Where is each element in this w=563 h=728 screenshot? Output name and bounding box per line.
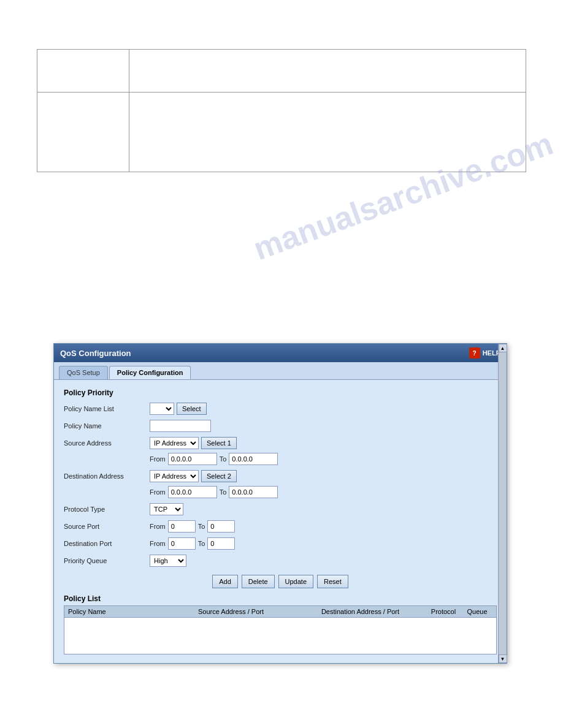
delete-button[interactable]: Delete — [242, 575, 275, 588]
policy-list-section: Policy List Policy Name Source Address /… — [64, 594, 497, 654]
help-button[interactable]: ? HELP — [469, 347, 500, 358]
protocol-type-select[interactable]: TCP UDP ICMP Any — [150, 503, 183, 515]
col-destination-address-port: Destination Address / Port — [296, 608, 425, 615]
table-cell-right-2 — [129, 93, 526, 172]
dest-to-input[interactable] — [229, 486, 278, 498]
dest-from-label: From — [150, 488, 166, 496]
policy-name-row: Policy Name — [64, 419, 497, 433]
policy-name-input[interactable] — [150, 420, 211, 432]
destination-port-controls: From To — [150, 537, 235, 550]
source-port-controls: From To — [150, 520, 235, 533]
destination-address-select-button[interactable]: Select 2 — [201, 470, 237, 482]
destination-address-from-to-row: From To — [150, 485, 497, 499]
source-port-from-input[interactable] — [168, 520, 196, 533]
source-port-from-label: From — [150, 523, 166, 530]
reset-button[interactable]: Reset — [317, 575, 348, 588]
destination-port-row: Destination Port From To — [64, 537, 497, 550]
source-to-input[interactable] — [229, 453, 278, 465]
protocol-type-label: Protocol Type — [64, 506, 150, 513]
dest-to-label: To — [220, 488, 227, 496]
add-button[interactable]: Add — [212, 575, 238, 588]
dest-port-from-label: From — [150, 540, 166, 547]
policy-name-label: Policy Name — [64, 422, 150, 430]
table-cell-right-1 — [129, 50, 526, 93]
scrollbar[interactable]: ▲ ▼ — [498, 344, 507, 663]
protocol-type-controls: TCP UDP ICMP Any — [150, 503, 183, 515]
priority-queue-row: Priority Queue High Medium Low Highest — [64, 554, 497, 567]
qos-titlebar: QoS Configuration ? HELP — [54, 344, 507, 362]
destination-port-label: Destination Port — [64, 540, 150, 547]
protocol-type-row: Protocol Type TCP UDP ICMP Any — [64, 502, 497, 516]
table-row — [37, 50, 526, 93]
destination-address-row: Destination Address IP Address Select 2 — [64, 469, 497, 483]
table-row — [37, 93, 526, 172]
policy-name-list-select-button[interactable]: Select — [177, 403, 207, 415]
source-address-row: Source Address IP Address Select 1 — [64, 436, 497, 450]
source-address-label: Source Address — [64, 439, 150, 447]
policy-name-list-row: Policy Name List Select — [64, 402, 497, 415]
top-table — [37, 49, 526, 172]
policy-list-body — [64, 618, 497, 654]
destination-address-from-to: From To — [150, 486, 278, 498]
destination-address-label: Destination Address — [64, 472, 150, 480]
scrollbar-up-arrow[interactable]: ▲ — [499, 344, 507, 352]
action-buttons: Add Delete Update Reset — [64, 575, 497, 588]
source-port-label: Source Port — [64, 523, 150, 530]
policy-name-list-label: Policy Name List — [64, 405, 150, 412]
destination-address-type-select[interactable]: IP Address — [150, 470, 199, 482]
tab-qos-setup[interactable]: QoS Setup — [59, 366, 108, 379]
priority-queue-controls: High Medium Low Highest — [150, 555, 186, 567]
source-to-label: To — [220, 455, 227, 463]
tabs-row: QoS Setup Policy Configuration — [54, 362, 507, 379]
source-address-controls: IP Address Select 1 — [150, 437, 237, 449]
dest-port-to-input[interactable] — [207, 537, 235, 550]
update-button[interactable]: Update — [278, 575, 313, 588]
priority-queue-label: Priority Queue — [64, 557, 150, 564]
col-policy-name: Policy Name — [68, 608, 166, 615]
source-address-from-to-row: From To — [150, 452, 497, 466]
source-port-to-input[interactable] — [207, 520, 235, 533]
source-from-label: From — [150, 455, 166, 463]
table-cell-left-2 — [37, 93, 129, 172]
source-port-row: Source Port From To — [64, 520, 497, 533]
destination-address-controls: IP Address Select 2 — [150, 470, 237, 482]
source-address-select-button[interactable]: Select 1 — [201, 437, 237, 449]
col-protocol: Protocol — [425, 608, 462, 615]
scrollbar-track — [499, 352, 507, 654]
policy-name-controls — [150, 420, 211, 432]
policy-list-title: Policy List — [64, 594, 497, 603]
policy-name-list-controls: Select — [150, 403, 207, 415]
source-address-from-to: From To — [150, 453, 278, 465]
qos-window-title: QoS Configuration — [60, 349, 131, 358]
table-cell-left-1 — [37, 50, 129, 93]
qos-window: QoS Configuration ? HELP QoS Setup Polic… — [53, 343, 507, 664]
source-from-input[interactable] — [168, 453, 217, 465]
priority-queue-select[interactable]: High Medium Low Highest — [150, 555, 186, 567]
source-port-to-label: To — [198, 523, 205, 530]
source-address-type-select[interactable]: IP Address — [150, 437, 199, 449]
dest-port-from-input[interactable] — [168, 537, 196, 550]
col-queue: Queue — [462, 608, 492, 615]
dest-port-to-label: To — [198, 540, 205, 547]
policy-list-header: Policy Name Source Address / Port Destin… — [64, 605, 497, 618]
top-table-area — [37, 49, 526, 172]
help-icon: ? — [469, 347, 480, 358]
tab-policy-configuration[interactable]: Policy Configuration — [109, 366, 191, 379]
qos-content: Policy Priority Policy Name List Select … — [54, 379, 507, 663]
col-source-address-port: Source Address / Port — [166, 608, 296, 615]
dest-from-input[interactable] — [168, 486, 217, 498]
policy-name-list-select[interactable] — [150, 403, 174, 415]
scrollbar-down-arrow[interactable]: ▼ — [499, 654, 507, 663]
policy-priority-title: Policy Priority — [64, 389, 497, 397]
